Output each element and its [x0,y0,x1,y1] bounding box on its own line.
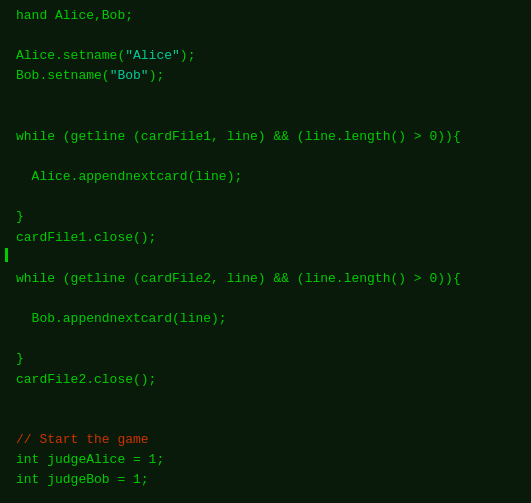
active-line-marker [5,248,8,262]
code-line [0,187,531,207]
code-token: // Start the game [16,432,149,447]
line-text: Alice.appendnextcard(line); [16,167,527,187]
code-line: Bob.setname("Bob"); [0,66,531,86]
code-line [0,329,531,349]
line-text [16,410,527,430]
line-text: } [16,207,527,227]
line-text: while (getline (cardFile2, line) && (lin… [16,269,527,289]
line-text: Alice.setname("Alice"); [16,46,527,66]
code-token: "Alice" [125,48,180,63]
code-line: int judgeAlice = 1; [0,450,531,470]
code-token: Bob.setname( [16,68,110,83]
code-token: while [16,129,55,144]
line-text: int judgeBob = 1; [16,470,527,490]
code-token: Alice.setname( [16,48,125,63]
code-token: "Bob" [110,68,149,83]
line-text [16,490,527,503]
code-line: while (getline (cardFile2, line) && (lin… [0,269,531,289]
line-text [16,87,527,107]
code-token: while [16,271,55,286]
line-text [16,187,527,207]
code-token: } [16,351,24,366]
code-token: ); [180,48,196,63]
code-line: hand Alice,Bob; [0,6,531,26]
code-line [0,410,531,430]
code-line: cardFile2.close(); [0,370,531,390]
code-token: ); [149,68,165,83]
code-line [0,490,531,503]
line-text: Bob.setname("Bob"); [16,66,527,86]
code-line: } [0,207,531,227]
code-editor: hand Alice,Bob; Alice.setname("Alice");B… [0,0,531,503]
line-text: while (getline (cardFile1, line) && (lin… [16,127,527,147]
code-line: } [0,349,531,369]
code-token: Bob.appendnextcard(line); [16,311,227,326]
line-text: cardFile2.close(); [16,370,527,390]
line-text [16,26,527,46]
line-text [16,107,527,127]
code-line: Alice.appendnextcard(line); [0,167,531,187]
code-line: Bob.appendnextcard(line); [0,309,531,329]
line-text: int judgeAlice = 1; [16,450,527,470]
code-token: Alice.appendnextcard(line); [16,169,242,184]
code-line [0,289,531,309]
code-line [0,26,531,46]
line-text: Bob.appendnextcard(line); [16,309,527,329]
line-indicator [0,248,8,262]
code-line: int judgeBob = 1; [0,470,531,490]
line-text [16,147,527,167]
code-line: // Start the game [0,430,531,450]
line-text: } [16,349,527,369]
line-text [16,390,527,410]
code-line: Alice.setname("Alice"); [0,46,531,66]
line-text [16,329,527,349]
line-text [16,249,527,269]
line-text [16,289,527,309]
code-token: int judgeBob = 1; [16,472,149,487]
code-token: hand Alice,Bob; [16,8,133,23]
code-line: cardFile1.close(); [0,228,531,248]
code-token: int judgeAlice = 1; [16,452,164,467]
code-line [0,87,531,107]
code-token: (getline (cardFile2, line) && (line.leng… [55,271,461,286]
code-line [0,248,531,269]
code-line [0,147,531,167]
code-line [0,390,531,410]
code-token: } [16,209,24,224]
line-text: // Start the game [16,430,527,450]
code-line: while (getline (cardFile1, line) && (lin… [0,127,531,147]
line-text: hand Alice,Bob; [16,6,527,26]
line-text: cardFile1.close(); [16,228,527,248]
code-token: cardFile2.close(); [16,372,156,387]
code-token: cardFile1.close(); [16,230,156,245]
code-token: (getline (cardFile1, line) && (line.leng… [55,129,461,144]
code-line [0,107,531,127]
